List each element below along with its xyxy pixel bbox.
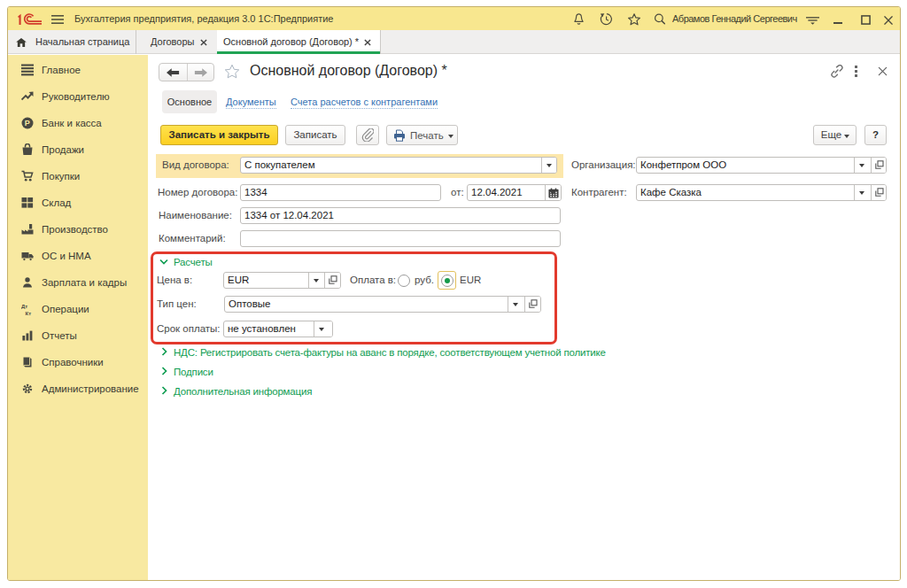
svg-text:Р: Р bbox=[25, 119, 30, 128]
svg-text:Дт: Дт bbox=[21, 304, 27, 309]
svg-text:Кт: Кт bbox=[26, 310, 32, 314]
